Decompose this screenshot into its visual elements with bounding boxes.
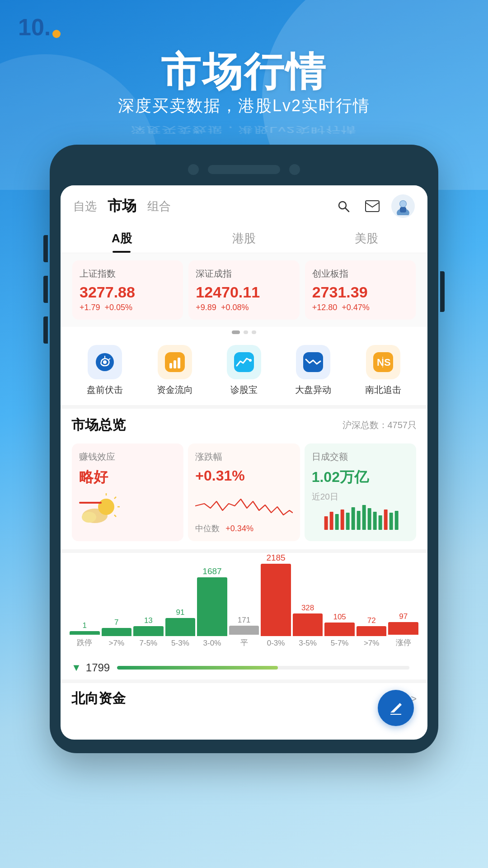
market-card-volume[interactable]: 日成交额 1.02万亿 近20日: [305, 443, 416, 541]
svg-rect-2: [366, 201, 379, 212]
hero-title: 市场行情: [0, 45, 488, 99]
svg-point-24: [98, 499, 114, 515]
bottom-indicator-bar: ▼ 1799: [61, 656, 427, 679]
search-icon[interactable]: [333, 196, 353, 216]
svg-point-16: [249, 359, 252, 362]
market-card-change[interactable]: 涨跌幅 +0.31% 中位数 +0.34%: [188, 443, 300, 541]
index-change-sh: +1.79 +0.05%: [80, 303, 176, 312]
market-overview-header: 市场总览 沪深总数：4757只: [61, 405, 427, 439]
sub-tabs: A股 港股 美股: [61, 224, 427, 253]
index-card-sz[interactable]: 深证成指 12470.11 +9.89 +0.08%: [188, 260, 299, 320]
progress-fill: [117, 666, 278, 670]
avatar[interactable]: [391, 194, 415, 218]
bar-item-5-3: 91 5-3%: [165, 608, 196, 648]
index-card-sh[interactable]: 上证指数 3277.88 +1.79 +0.05%: [72, 260, 183, 320]
change-sub-label: 中位数: [195, 524, 220, 533]
bar-item-0-3-up: 2185 0-3%: [261, 553, 291, 648]
fab-container: [61, 712, 427, 740]
market-meta: 沪深总数：4757只: [343, 419, 417, 431]
svg-point-8: [103, 360, 107, 364]
index-name-sz: 深证成指: [196, 268, 292, 280]
version-badge: 10.: [18, 14, 61, 41]
dot-2: [244, 330, 248, 334]
phone-button-left1: [43, 235, 48, 262]
bar-item-5-7-up: 105 5-7%: [324, 613, 355, 648]
svg-rect-34: [351, 507, 355, 530]
fab-write-button[interactable]: [378, 690, 414, 726]
front-sensor: [289, 164, 300, 175]
svg-rect-37: [367, 508, 371, 530]
subtab-us-shares[interactable]: 美股: [305, 224, 427, 253]
app-header: 自选 市场 组合: [61, 185, 427, 224]
tab-watchlist[interactable]: 自选: [73, 198, 97, 214]
dot-1: [232, 330, 240, 334]
tool-capital[interactable]: 资金流向: [157, 345, 193, 396]
phone-notch: [61, 158, 427, 181]
money-effect-value: 略好: [79, 467, 176, 487]
tab-portfolio[interactable]: 组合: [147, 198, 171, 214]
down-arrow-icon: ▼: [71, 662, 81, 674]
bar-item-gt7-up: 72 >7%: [357, 616, 387, 648]
tool-zhengu[interactable]: 诊股宝: [227, 345, 261, 396]
main-nav: 自选 市场 组合: [73, 196, 171, 216]
tab-market[interactable]: 市场: [108, 196, 136, 216]
mail-icon[interactable]: [362, 196, 382, 216]
phone-button-left2: [43, 276, 48, 303]
tool-label-zhengu: 诊股宝: [230, 384, 258, 396]
change-sub-value: +0.34%: [225, 524, 253, 533]
front-camera: [188, 164, 199, 175]
subtab-hk-shares[interactable]: 港股: [183, 224, 305, 253]
index-name-cy: 创业板指: [312, 268, 408, 280]
bar-item-flat: 171 平: [229, 616, 259, 648]
index-change-sz: +9.89 +0.08%: [196, 303, 292, 312]
down-value: 1799: [86, 661, 110, 674]
svg-rect-12: [169, 363, 172, 368]
index-value-cy: 2731.39: [312, 283, 408, 301]
svg-line-26: [114, 497, 116, 499]
svg-rect-30: [329, 512, 333, 530]
index-value-sz: 12470.11: [196, 283, 292, 301]
index-change-cy: +12.80 +0.47%: [312, 303, 408, 312]
phone-screen: 自选 市场 组合: [61, 185, 427, 740]
tool-label-panqian: 盘前伏击: [87, 384, 123, 396]
bar-item-zhangting: 97 涨停: [388, 612, 418, 648]
tool-label-capital: 资金流向: [157, 384, 193, 396]
svg-rect-41: [389, 513, 393, 530]
bar-item-gt7: 7 >7%: [102, 618, 132, 648]
bar-item-3-0: 1687 3-0%: [197, 566, 227, 648]
tool-nanbei[interactable]: N S 南北追击: [365, 345, 401, 396]
phone-button-left3: [43, 316, 48, 344]
svg-point-5: [400, 201, 406, 207]
phone-button-right: [440, 271, 445, 312]
dot-3: [252, 330, 256, 334]
volume-bar-chart: [312, 503, 409, 530]
bar-item-3-5-up: 328 3-5%: [293, 604, 323, 648]
svg-text:S: S: [384, 357, 391, 368]
subtab-a-shares[interactable]: A股: [61, 224, 183, 253]
change-value: +0.31%: [195, 467, 292, 484]
svg-rect-32: [340, 509, 344, 530]
svg-rect-29: [324, 516, 328, 530]
market-cards: 赚钱效应 略好: [61, 439, 427, 548]
tool-icons: 盘前伏击 资金流向: [61, 338, 427, 405]
tool-panqian[interactable]: 盘前伏击: [87, 345, 123, 396]
bar-item-diting: 1 跌停: [70, 621, 100, 648]
svg-point-23: [82, 512, 96, 523]
north-fund-section: 北向资金 明细 >: [61, 679, 427, 712]
volume-title: 日成交额: [312, 451, 409, 463]
volume-sub: 近20日: [312, 491, 409, 503]
distribution-chart: 1 跌停 7 >7% 13 7-5% 91: [61, 549, 427, 655]
phone-frame: 自选 市场 组合: [50, 145, 438, 753]
down-indicator: ▼ 1799: [71, 661, 110, 674]
money-effect-title: 赚钱效应: [79, 451, 176, 463]
svg-line-1: [345, 208, 349, 212]
svg-rect-38: [373, 512, 376, 530]
change-title: 涨跌幅: [195, 451, 292, 463]
index-card-cy[interactable]: 创业板指 2731.39 +12.80 +0.47%: [305, 260, 416, 320]
market-card-money-effect[interactable]: 赚钱效应 略好: [72, 443, 183, 541]
svg-rect-21: [382, 357, 383, 368]
mini-line-chart: [195, 488, 292, 519]
svg-rect-13: [174, 360, 176, 368]
svg-rect-35: [357, 511, 360, 530]
tool-dapan[interactable]: 大盘异动: [295, 345, 331, 396]
